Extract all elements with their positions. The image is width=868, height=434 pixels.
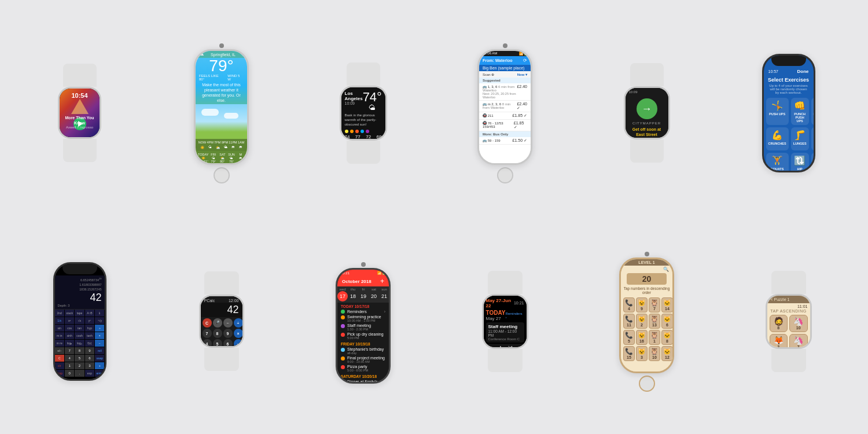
tile-3[interactable]: 😺3 xyxy=(636,346,648,361)
btn-hyp[interactable]: hyp xyxy=(85,325,94,332)
btn-7[interactable]: 7 xyxy=(65,347,74,354)
event-bday[interactable]: Stephanie's birthday all-day xyxy=(337,347,389,355)
btn-m[interactable]: m in xyxy=(55,332,64,339)
add-event-button[interactable]: + xyxy=(380,277,384,285)
watch-btn-more[interactable]: ··· xyxy=(223,318,233,328)
watch-tile-7[interactable]: 🦄 7 xyxy=(789,334,808,347)
event-dinner[interactable]: Dinner at Emily's 7:00 - 9:00 PM xyxy=(337,379,389,384)
btn-exp[interactable]: exp xyxy=(85,370,94,377)
watch-btn-minus[interactable]: − xyxy=(234,339,242,346)
tile-12[interactable]: 🐱12 xyxy=(661,346,672,361)
tile-8[interactable]: 🐱8 xyxy=(661,330,672,345)
exercise-side-lunges[interactable]: ↔️ SIDE LUNGES xyxy=(811,127,814,150)
exercise-hip-hinges[interactable]: 🔃 HIP HINGES xyxy=(791,153,809,172)
btn-0[interactable]: 0 xyxy=(65,370,74,377)
tile-10[interactable]: 🦉10 xyxy=(649,346,660,361)
day-num3[interactable]: 20 xyxy=(369,291,379,301)
watch-btn-mul[interactable]: × xyxy=(234,329,242,338)
btn-x2[interactable]: x² xyxy=(65,317,74,324)
btn-minus[interactable]: − xyxy=(95,340,104,347)
btn-swap[interactable]: swap xyxy=(95,355,104,362)
btn-2[interactable]: 2 xyxy=(75,362,84,369)
btn-xy[interactable]: ˣ√y xyxy=(95,317,104,324)
tile-7[interactable]: 🦉7 xyxy=(649,297,660,312)
done-button[interactable]: Done xyxy=(797,69,809,74)
tile-4[interactable]: 📞4 xyxy=(623,297,635,312)
watch-btn-7[interactable]: 7 xyxy=(203,329,212,338)
watch-btn-5[interactable]: 5 xyxy=(213,339,222,346)
today-num[interactable]: 17 xyxy=(337,291,348,301)
watch-btn-9[interactable]: 9 xyxy=(223,329,233,338)
day-num[interactable]: 18 xyxy=(348,291,358,301)
exercise-lunges[interactable]: 🦵 LUNGES xyxy=(791,127,809,150)
event-project[interactable]: Final project meeting 9:00 - 10:30 AM xyxy=(337,355,389,364)
btn-8[interactable]: 8 xyxy=(75,347,84,354)
exercise-squats[interactable]: 🏋️ SQUATS xyxy=(766,153,789,172)
btn-6[interactable]: 6 xyxy=(85,355,94,362)
home-button[interactable] xyxy=(214,167,230,183)
tile-13[interactable]: 🦉13 xyxy=(649,314,660,329)
reload-icon[interactable]: ⟳ xyxy=(523,58,527,63)
btn-mre[interactable]: m re xyxy=(55,340,64,347)
exercise-crunches[interactable]: 💪 CRUNCHES xyxy=(766,127,789,150)
exercise-knee-raises[interactable]: 🦶 KNEE RAISES xyxy=(811,153,814,172)
btn-y[interactable]: yˣ xyxy=(85,317,94,324)
btn-plusminus[interactable]: +/− xyxy=(55,347,64,354)
btn-info[interactable]: ℹ xyxy=(95,310,104,317)
btn-2nd[interactable]: 2nd xyxy=(55,310,64,317)
exercise-push-ups[interactable]: 🤸 PUSH UPS xyxy=(766,98,789,125)
btn-log[interactable]: log₂ xyxy=(65,340,74,347)
btn-dot[interactable]: . xyxy=(75,370,84,377)
btn-clr[interactable]: clr xyxy=(55,362,64,369)
home-button[interactable] xyxy=(497,167,513,183)
btn-5[interactable]: 5 xyxy=(75,355,84,362)
tile-14[interactable]: 🐱14 xyxy=(661,297,672,312)
btn-mul[interactable]: × xyxy=(95,332,104,339)
watch-btn-mic[interactable]: 🎤 xyxy=(213,318,222,328)
btn-log0[interactable]: log₀ xyxy=(75,340,84,347)
btn-c[interactable]: C xyxy=(55,355,64,362)
watch-btn-8[interactable]: 8 xyxy=(213,329,222,338)
btn-tanh[interactable]: tanh xyxy=(85,332,94,339)
home-button[interactable] xyxy=(639,376,655,392)
btn-atob[interactable]: A↑B xyxy=(85,310,94,317)
watch-tile-8[interactable]: 🧔 8 xyxy=(770,315,788,332)
tile-2[interactable]: 😺2 xyxy=(636,314,648,329)
event-drycleaning[interactable]: Pick up dry cleaning 5:00 PM xyxy=(337,332,389,340)
btn-tan[interactable]: tan xyxy=(75,325,84,332)
tile-15[interactable]: 📞15 xyxy=(623,346,635,361)
exercise-punch-push[interactable]: 👊 PUNCH PUSH UPS xyxy=(791,98,809,125)
event-staff[interactable]: Staff meeting 1:30 - 2:30 PM xyxy=(337,323,389,332)
watch-btn-div[interactable]: ÷ xyxy=(234,318,242,328)
btn-cosh[interactable]: cosh xyxy=(75,332,84,339)
watch-btn-6[interactable]: 6 xyxy=(223,339,233,346)
tile-16[interactable]: 😺16 xyxy=(636,330,648,345)
day-num4[interactable]: 21 xyxy=(379,291,389,301)
exercise-rotation[interactable]: 🔄 ROTATION PUSH UPS xyxy=(811,98,814,125)
btn-sin[interactable]: sin xyxy=(55,325,64,332)
btn-cos[interactable]: cos xyxy=(65,325,74,332)
btn-tape[interactable]: tape xyxy=(75,310,84,317)
watch-btn-4[interactable]: 4 xyxy=(203,339,212,346)
day-num2[interactable]: 19 xyxy=(358,291,369,301)
btn-1[interactable]: 1 xyxy=(65,362,74,369)
watch-btn-c[interactable]: C xyxy=(203,318,212,328)
btn-div[interactable]: ÷ xyxy=(95,325,104,332)
btn-plus[interactable]: + xyxy=(95,362,104,369)
btn-9[interactable]: 9 xyxy=(85,347,94,354)
watch-tile-2[interactable]: 🦊 2 xyxy=(770,334,788,347)
tile-6[interactable]: 🐱6 xyxy=(661,314,672,329)
tile-5[interactable]: 📞5 xyxy=(623,330,635,345)
search-icon[interactable]: 🔍 xyxy=(663,267,669,272)
reminders-btn[interactable]: Reminders › xyxy=(505,312,524,319)
btn-roll[interactable]: roll xyxy=(95,347,104,354)
btn-sinh[interactable]: sinh xyxy=(65,332,74,339)
event-swimming[interactable]: Swimming practice 10:00 AM - 1:00 PM xyxy=(337,314,389,323)
btn-stack[interactable]: stack xyxy=(65,310,74,317)
tile-1[interactable]: 🦉1 xyxy=(649,330,660,345)
event-reminders[interactable]: Reminders › xyxy=(337,309,389,314)
btn-sqrt[interactable]: √x xyxy=(75,317,84,324)
btn-3[interactable]: 3 xyxy=(85,362,94,369)
btn-enter[interactable]: enter xyxy=(95,370,104,377)
btn-drop[interactable]: drop xyxy=(55,370,64,377)
